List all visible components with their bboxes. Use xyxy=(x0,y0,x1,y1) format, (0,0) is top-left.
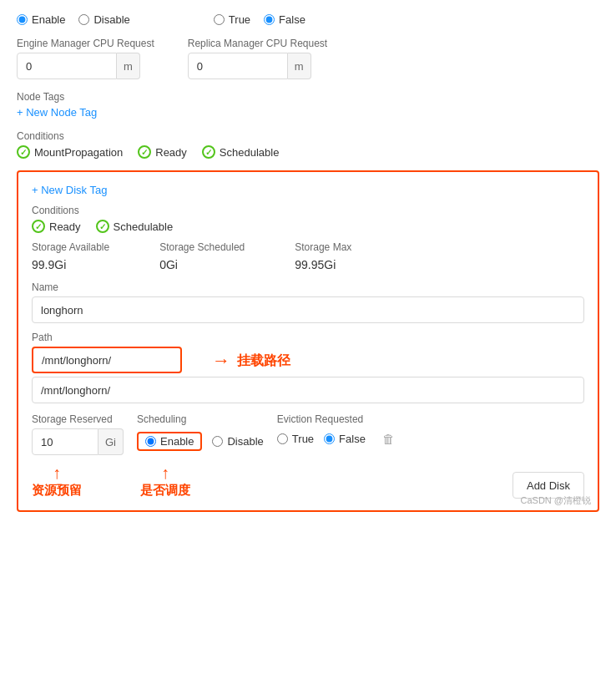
storage-max-label: Storage Max xyxy=(295,241,351,253)
eviction-false-item[interactable]: False xyxy=(324,433,366,445)
node-tags-section: Node Tags + New Node Tag xyxy=(17,91,599,119)
true-label: True xyxy=(229,13,250,26)
true-radio[interactable] xyxy=(214,14,225,25)
replica-manager-cpu-unit: m xyxy=(288,53,311,79)
scheduling-section: Scheduling Enable Disable xyxy=(137,413,264,451)
eviction-true-radio[interactable] xyxy=(277,433,288,444)
disk-condition-ready: Ready xyxy=(32,220,81,233)
engine-manager-cpu-field: Engine Manager CPU Request m xyxy=(17,38,154,79)
eviction-section: Eviction Requested True False 🗑 xyxy=(277,413,395,446)
disable-radio-item[interactable]: Disable xyxy=(78,13,129,26)
condition-schedulable-label: Schedulable xyxy=(220,146,280,159)
storage-reserved-section: Storage Reserved Gi xyxy=(32,413,124,455)
scheduling-disable-label: Disable xyxy=(227,435,263,448)
storage-reserved-input[interactable] xyxy=(32,428,98,455)
engine-manager-cpu-label: Engine Manager CPU Request xyxy=(17,38,154,49)
path-arrow-icon: → xyxy=(212,350,230,372)
watermark-text: CaSDN @清橙锐 xyxy=(520,494,591,507)
resources-label: 资源预留 xyxy=(32,483,82,499)
storage-available-label: Storage Available xyxy=(32,241,109,253)
eviction-false-radio[interactable] xyxy=(324,433,335,444)
engine-manager-cpu-unit: m xyxy=(117,53,140,79)
disk-name-label: Name xyxy=(32,281,584,293)
eviction-label: Eviction Requested xyxy=(277,413,395,425)
scheduling-enable-wrapper: Enable xyxy=(137,432,202,451)
storage-available-value: 99.9Gi xyxy=(32,258,109,271)
condition-ready: Ready xyxy=(138,145,187,159)
scheduling-enable-radio[interactable] xyxy=(145,436,156,447)
true-false-group: True False xyxy=(214,13,305,26)
false-label: False xyxy=(279,13,305,26)
disk-check-icon-ready xyxy=(32,220,45,233)
disk-name-input[interactable] xyxy=(32,296,584,323)
replica-manager-cpu-input[interactable] xyxy=(188,53,288,79)
disk-condition-schedulable: Schedulable xyxy=(96,220,174,233)
path-annotation-text: 挂载路径 xyxy=(237,352,290,370)
scheduling-footer-label: 是否调度 xyxy=(140,483,190,499)
condition-mountpropagation-label: MountPropagation xyxy=(34,146,123,159)
disk-path-input[interactable] xyxy=(32,347,182,373)
false-radio[interactable] xyxy=(264,14,275,25)
disable-label: Disable xyxy=(93,13,129,26)
enable-label: Enable xyxy=(32,13,65,26)
enable-radio[interactable] xyxy=(17,14,28,25)
storage-reserved-label: Storage Reserved xyxy=(32,413,124,425)
true-radio-item[interactable]: True xyxy=(214,13,250,26)
scheduling-disable-radio[interactable] xyxy=(212,436,223,447)
check-icon-mountpropagation xyxy=(17,145,30,159)
disk-section: + New Disk Tag Conditions Ready Schedula… xyxy=(17,170,599,512)
condition-ready-label: Ready xyxy=(155,146,187,159)
disk-path-full-input[interactable] xyxy=(32,377,584,403)
storage-scheduled-value: 0Gi xyxy=(159,258,245,271)
enable-disable-group: Enable Disable xyxy=(17,13,130,26)
add-node-tag-button[interactable]: + New Node Tag xyxy=(17,106,97,119)
storage-scheduled-item: Storage Scheduled 0Gi xyxy=(159,241,245,271)
storage-reserved-unit: Gi xyxy=(98,428,124,455)
disk-check-icon-schedulable xyxy=(96,220,109,233)
enable-radio-item[interactable]: Enable xyxy=(17,13,65,26)
scheduling-disable-item[interactable]: Disable xyxy=(212,435,263,448)
eviction-true-item[interactable]: True xyxy=(277,433,314,445)
condition-mountpropagation: MountPropagation xyxy=(17,145,123,159)
disk-condition-ready-label: Ready xyxy=(49,220,81,233)
disk-condition-schedulable-label: Schedulable xyxy=(114,220,174,233)
scheduling-label: Scheduling xyxy=(137,413,264,425)
storage-max-item: Storage Max 99.95Gi xyxy=(295,241,351,271)
add-disk-tag-button[interactable]: + New Disk Tag xyxy=(32,184,107,196)
scheduling-enable-label: Enable xyxy=(160,435,194,448)
replica-manager-cpu-field: Replica Manager CPU Request m xyxy=(188,38,327,79)
conditions-label: Conditions xyxy=(17,130,599,142)
eviction-false-label: False xyxy=(339,433,366,445)
check-icon-ready xyxy=(138,145,151,159)
delete-icon[interactable]: 🗑 xyxy=(382,432,395,446)
disk-conditions-label: Conditions xyxy=(32,205,584,216)
false-radio-item[interactable]: False xyxy=(264,13,305,26)
engine-manager-cpu-input[interactable] xyxy=(17,53,117,79)
storage-available-item: Storage Available 99.9Gi xyxy=(32,241,109,271)
check-icon-schedulable xyxy=(202,145,215,159)
eviction-true-label: True xyxy=(292,433,314,445)
node-tags-label: Node Tags xyxy=(17,91,599,103)
conditions-section: Conditions MountPropagation Ready Schedu… xyxy=(17,130,599,159)
storage-max-value: 99.95Gi xyxy=(295,258,351,271)
replica-manager-cpu-label: Replica Manager CPU Request xyxy=(188,38,327,49)
storage-scheduled-label: Storage Scheduled xyxy=(159,241,245,253)
disk-path-label: Path xyxy=(32,332,199,343)
resources-arrow-icon: ↑ xyxy=(53,464,61,483)
disable-radio[interactable] xyxy=(78,14,89,25)
condition-schedulable: Schedulable xyxy=(202,145,280,159)
scheduling-arrow-icon: ↑ xyxy=(161,464,169,483)
